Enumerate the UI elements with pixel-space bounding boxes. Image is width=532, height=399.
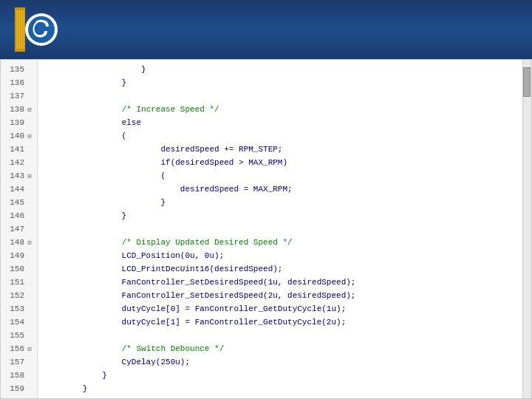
fold-spacer	[26, 159, 33, 166]
code-line: (	[44, 169, 516, 183]
line-number-row: 138⊟	[1, 103, 37, 116]
line-num: 157	[4, 358, 24, 366]
line-number-row: 154	[1, 316, 37, 329]
line-number-row: 160	[1, 395, 37, 399]
keyword-text: else	[122, 118, 141, 127]
line-num: 138	[4, 105, 24, 114]
fold-icon[interactable]: ⊟	[26, 132, 33, 140]
fold-spacer	[26, 279, 33, 286]
code-line: LCD_Position(0u, 0u);	[44, 249, 516, 262]
line-num: 156	[4, 344, 24, 353]
code-line: CyDelay(250u);	[44, 355, 516, 369]
scrollbar-thumb[interactable]	[523, 67, 531, 97]
fold-icon[interactable]: ⊟	[26, 172, 33, 180]
line-number-row: 145	[1, 196, 37, 209]
fold-spacer	[26, 385, 33, 392]
code-line: FanController_SetDesiredSpeed(1u, desire…	[44, 276, 516, 289]
line-number-row: 142	[1, 156, 37, 169]
code-line: }	[44, 395, 516, 399]
line-num: 142	[4, 158, 24, 167]
code-content: } } /* Increase Speed */ else ( desiredS…	[38, 60, 522, 398]
line-num: 147	[4, 225, 24, 233]
line-num: 144	[4, 185, 24, 194]
code-line: desiredSpeed += RPM_STEP;	[44, 143, 516, 156]
line-num: 135	[4, 65, 24, 74]
code-line	[44, 329, 516, 342]
code-line: dutyCycle[0] = FanController_GetDutyCycl…	[44, 302, 516, 316]
fold-spacer	[26, 92, 33, 100]
line-num: 150	[4, 265, 24, 273]
code-line: }	[44, 382, 516, 395]
line-number-row: 158	[1, 369, 37, 382]
code-line: }	[44, 209, 516, 222]
line-number-row: 139	[1, 116, 37, 129]
line-number-row: 140⊟	[1, 129, 37, 143]
fold-spacer	[26, 372, 33, 379]
fold-spacer	[26, 146, 33, 153]
header	[0, 0, 532, 59]
line-number-row: 153	[1, 302, 37, 316]
code-line: /* Increase Speed */	[44, 103, 516, 116]
fold-spacer	[26, 185, 33, 193]
fold-icon[interactable]: ⊟	[26, 345, 33, 352]
fold-spacer	[26, 305, 33, 313]
line-number-row: 136	[1, 76, 37, 89]
line-num: 139	[4, 118, 24, 127]
line-num: 141	[4, 145, 24, 154]
code-line: }	[44, 63, 516, 76]
fold-spacer	[26, 332, 33, 339]
line-number-row: 143⊟	[1, 169, 37, 183]
line-number-row: 152	[1, 289, 37, 302]
line-num: 154	[4, 318, 24, 327]
line-number-row: 155	[1, 329, 37, 342]
logo-area	[15, 7, 207, 52]
line-num: 143	[4, 171, 24, 180]
line-number-row: 135	[1, 63, 37, 76]
line-num: 140	[4, 132, 24, 140]
fold-spacer	[26, 265, 33, 273]
fold-icon[interactable]: ⊟	[26, 239, 33, 246]
line-number-row: 137	[1, 89, 37, 103]
line-num: 159	[4, 384, 24, 393]
fold-spacer	[26, 318, 33, 326]
comment-text: /* Switch Debounce */	[122, 344, 225, 353]
fold-spacer	[26, 212, 33, 219]
code-line: FanController_SetDesiredSpeed(2u, desire…	[44, 289, 516, 302]
svg-rect-3	[21, 10, 22, 49]
code-line: dutyCycle[1] = FanController_GetDutyCycl…	[44, 316, 516, 329]
line-num: 158	[4, 371, 24, 380]
line-number-row: 159	[1, 382, 37, 395]
cypress-logo-icon	[15, 7, 59, 52]
vertical-scrollbar[interactable]	[522, 60, 531, 398]
code-editor[interactable]: 135 136 137 138⊟139 140⊟141 142 143⊟144 …	[0, 59, 532, 399]
line-num: 152	[4, 291, 24, 300]
line-number-row: 148⊟	[1, 236, 37, 249]
fold-spacer	[26, 358, 33, 366]
code-line	[44, 89, 516, 103]
fold-icon[interactable]: ⊟	[26, 106, 33, 113]
code-line: if(desiredSpeed > MAX_RPM)	[44, 156, 516, 169]
line-number-row: 141	[1, 143, 37, 156]
fold-spacer	[26, 66, 33, 73]
code-line: }	[44, 76, 516, 89]
code-line: /* Switch Debounce */	[44, 342, 516, 355]
line-num: 145	[4, 198, 24, 207]
fold-spacer	[26, 119, 33, 126]
fold-spacer	[26, 292, 33, 299]
fold-spacer	[26, 79, 33, 86]
code-line: else	[44, 116, 516, 129]
svg-rect-4	[23, 10, 24, 49]
code-line: desiredSpeed = MAX_RPM;	[44, 183, 516, 196]
svg-rect-2	[18, 10, 20, 49]
line-num: 136	[4, 78, 24, 87]
comment-text: /* Display Updated Desired Speed */	[122, 238, 293, 247]
line-number-row: 150	[1, 262, 37, 276]
fold-spacer	[26, 252, 33, 259]
code-line: (	[44, 129, 516, 143]
comment-text: /* Increase Speed */	[122, 105, 219, 114]
line-number-row: 149	[1, 249, 37, 262]
line-num: 148	[4, 238, 24, 247]
code-line: }	[44, 369, 516, 382]
code-line: }	[44, 196, 516, 209]
fold-spacer	[26, 225, 33, 233]
